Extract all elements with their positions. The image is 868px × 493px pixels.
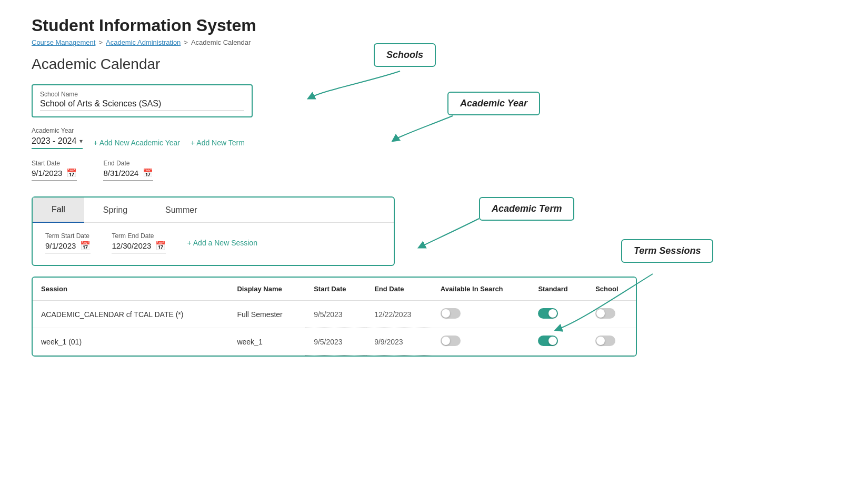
toggle-switch[interactable] bbox=[441, 336, 461, 346]
cell-end-date: 12/22/2023 bbox=[366, 301, 432, 328]
toggle-knob bbox=[548, 337, 557, 345]
callout-term-sessions: Term Sessions bbox=[621, 239, 713, 263]
date-fields-row: Start Date 9/1/2023 📅 End Date 8/31/2024… bbox=[32, 160, 836, 181]
end-date-field: End Date 8/31/2024 📅 bbox=[103, 160, 153, 181]
cell-standard bbox=[530, 301, 587, 328]
academic-year-row: 2023 - 2024 ▾ + Add New Academic Year + … bbox=[32, 136, 836, 149]
term-end-date-calendar-icon[interactable]: 📅 bbox=[155, 241, 166, 251]
term-tab-spring[interactable]: Spring bbox=[84, 198, 146, 223]
term-end-date-label: Term End Date bbox=[112, 232, 166, 240]
school-name-label: School Name bbox=[40, 91, 244, 98]
cell-school bbox=[587, 301, 636, 328]
toggle-switch[interactable] bbox=[441, 308, 461, 319]
term-end-date-value-row: 12/30/2023 📅 bbox=[112, 241, 166, 253]
start-date-calendar-icon[interactable]: 📅 bbox=[66, 168, 77, 178]
cell-display-name: week_1 bbox=[228, 328, 305, 356]
col-session: Session bbox=[33, 278, 228, 301]
cell-display-name: Full Semester bbox=[228, 301, 305, 328]
callout-academic-term: Academic Term bbox=[479, 197, 574, 221]
toggle-switch[interactable] bbox=[538, 308, 558, 319]
breadcrumb-current: Academic Calendar bbox=[191, 38, 251, 46]
term-start-date-label: Term Start Date bbox=[45, 232, 91, 240]
school-name-box: School Name School of Arts & Sciences (S… bbox=[32, 84, 253, 117]
term-start-date-field: Term Start Date 9/1/2023 📅 bbox=[45, 232, 91, 253]
term-tabs: Fall Spring Summer bbox=[33, 198, 394, 223]
col-school: School bbox=[587, 278, 636, 301]
toggle-knob bbox=[548, 309, 557, 318]
term-start-date-calendar-icon[interactable]: 📅 bbox=[80, 241, 91, 251]
add-session-button[interactable]: + Add a New Session bbox=[187, 239, 257, 247]
term-body: Term Start Date 9/1/2023 📅 Term End Date… bbox=[33, 223, 394, 265]
term-start-date-value-row: 9/1/2023 📅 bbox=[45, 241, 91, 253]
col-display-name: Display Name bbox=[228, 278, 305, 301]
term-box: Fall Spring Summer Term Start Date 9/1/2… bbox=[32, 196, 395, 266]
page-wrapper: Student Information System Course Manage… bbox=[0, 0, 868, 493]
academic-year-value: 2023 - 2024 bbox=[32, 136, 76, 146]
col-standard: Standard bbox=[530, 278, 587, 301]
start-date-value-row: 9/1/2023 📅 bbox=[32, 168, 77, 181]
start-date-label: Start Date bbox=[32, 160, 77, 167]
end-date-label: End Date bbox=[103, 160, 153, 167]
cell-standard bbox=[530, 328, 587, 356]
toggle-knob bbox=[596, 337, 605, 345]
cell-available-in-search bbox=[432, 301, 530, 328]
school-name-field-group: School Name School of Arts & Sciences (S… bbox=[32, 84, 836, 117]
end-date-value: 8/31/2024 bbox=[103, 169, 138, 178]
toggle-knob bbox=[596, 309, 605, 318]
term-tab-fall[interactable]: Fall bbox=[33, 198, 84, 223]
academic-year-select[interactable]: 2023 - 2024 ▾ bbox=[32, 136, 83, 149]
toggle-switch[interactable] bbox=[595, 308, 615, 319]
school-name-value[interactable]: School of Arts & Sciences (SAS) bbox=[40, 99, 244, 111]
col-end-date: End Date bbox=[366, 278, 432, 301]
start-date-value: 9/1/2023 bbox=[32, 169, 62, 178]
toggle-switch[interactable] bbox=[538, 336, 558, 346]
table-row: ACADEMIC_CALENDAR cf TCAL DATE (*)Full S… bbox=[33, 301, 636, 328]
add-new-term-button[interactable]: + Add New Term bbox=[191, 139, 245, 147]
academic-year-label: Academic Year bbox=[32, 127, 836, 134]
cell-school bbox=[587, 328, 636, 356]
end-date-calendar-icon[interactable]: 📅 bbox=[143, 168, 153, 178]
page-title: Academic Calendar bbox=[32, 56, 836, 73]
breadcrumb-course-management[interactable]: Course Management bbox=[32, 38, 95, 46]
cell-end-date: 9/9/2023 bbox=[366, 328, 432, 356]
toggle-knob bbox=[442, 309, 450, 318]
start-date-field: Start Date 9/1/2023 📅 bbox=[32, 160, 77, 181]
sessions-table-header-row: Session Display Name Start Date End Date… bbox=[33, 278, 636, 301]
term-end-date-value: 12/30/2023 bbox=[112, 241, 151, 250]
cell-session: week_1 (01) bbox=[33, 328, 228, 356]
end-date-value-row: 8/31/2024 📅 bbox=[103, 168, 153, 181]
toggle-switch[interactable] bbox=[595, 336, 615, 346]
breadcrumb-academic-administration[interactable]: Academic Administration bbox=[106, 38, 181, 46]
table-row: week_1 (01)week_19/5/20239/9/2023 bbox=[33, 328, 636, 356]
breadcrumb: Course Management > Academic Administrat… bbox=[32, 38, 836, 46]
sessions-box: Session Display Name Start Date End Date… bbox=[32, 277, 637, 357]
term-tab-summer[interactable]: Summer bbox=[146, 198, 216, 223]
add-new-academic-year-button[interactable]: + Add New Academic Year bbox=[93, 139, 180, 147]
term-end-date-field: Term End Date 12/30/2023 📅 bbox=[112, 232, 166, 253]
sessions-table: Session Display Name Start Date End Date… bbox=[33, 278, 636, 356]
term-start-date-value: 9/1/2023 bbox=[45, 241, 76, 250]
dropdown-arrow-icon: ▾ bbox=[79, 137, 83, 145]
col-start-date: Start Date bbox=[305, 278, 366, 301]
cell-session: ACADEMIC_CALENDAR cf TCAL DATE (*) bbox=[33, 301, 228, 328]
toggle-knob bbox=[442, 337, 450, 345]
cell-available-in-search bbox=[432, 328, 530, 356]
col-available-in-search: Available In Search bbox=[432, 278, 530, 301]
app-title: Student Information System bbox=[32, 16, 836, 35]
cell-start-date: 9/5/2023 bbox=[305, 328, 366, 356]
cell-start-date: 9/5/2023 bbox=[305, 301, 366, 328]
